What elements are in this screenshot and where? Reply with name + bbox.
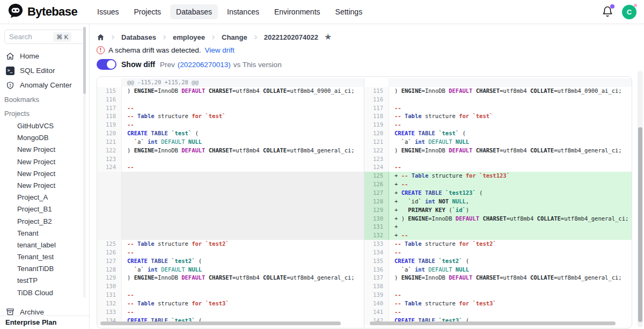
search-box[interactable]: ⌘ K bbox=[4, 30, 85, 44]
project-item[interactable]: New Project bbox=[17, 168, 85, 180]
breadcrumb-change[interactable]: Change bbox=[222, 33, 247, 41]
diff-row: 136 `a` int DEFAULT NULL bbox=[364, 266, 632, 274]
diff-row: 127CREATE TABLE `test2` ( bbox=[97, 257, 364, 266]
diff-code-line bbox=[389, 78, 632, 87]
diff-code-line: -- bbox=[389, 248, 632, 257]
sidebar-section-bookmarks[interactable]: Bookmarks bbox=[4, 93, 85, 106]
diff-left-horizontal-scrollbar[interactable] bbox=[100, 321, 341, 325]
diff-line-number: 120 bbox=[97, 129, 122, 138]
project-item[interactable]: Tenant bbox=[17, 228, 85, 239]
diff-added-sign: + bbox=[394, 189, 401, 196]
diff-right-horizontal-scrollbar[interactable] bbox=[370, 321, 616, 325]
diff-code-line bbox=[122, 172, 364, 180]
sidebar-section-projects[interactable]: Projects bbox=[4, 107, 85, 120]
project-item[interactable]: New Project bbox=[17, 156, 85, 168]
diff-row: 129+ PRIMARY KEY (`id`) bbox=[364, 206, 632, 215]
diff-line-number: 117 bbox=[97, 104, 122, 113]
diff-row: 132-- Table structure for `test3` bbox=[97, 299, 364, 308]
diff-row: 122) ENGINE=InnoDB DEFAULT CHARSET=utf8m… bbox=[97, 147, 364, 155]
diff-code-line: `a` int DEFAULT NULL bbox=[122, 266, 364, 274]
sidebar-item-home[interactable]: Home bbox=[4, 49, 85, 63]
project-item[interactable]: testTP bbox=[17, 275, 85, 287]
project-item[interactable]: tenant_label bbox=[17, 239, 85, 251]
nav-item-projects[interactable]: Projects bbox=[128, 4, 167, 19]
diff-code-line: + CREATE TABLE `test123` ( bbox=[389, 189, 632, 198]
project-item[interactable]: New Project bbox=[17, 180, 85, 192]
toggle-knob bbox=[107, 60, 115, 69]
breadcrumb-employee[interactable]: employee bbox=[173, 33, 205, 41]
sidebar-item-label: Anomaly Center bbox=[20, 81, 72, 89]
diff-line-number: 116 bbox=[97, 96, 122, 104]
bytebase-logo[interactable]: Bytebase bbox=[8, 3, 77, 21]
view-drift-link[interactable]: View drift bbox=[205, 46, 235, 54]
sidebar-scrollbar[interactable] bbox=[83, 27, 86, 298]
star-icon[interactable]: ★ bbox=[324, 33, 332, 41]
sidebar-item-anomaly-center[interactable]: Anomaly Center bbox=[4, 78, 85, 92]
diff-line-number: 123 bbox=[97, 155, 122, 164]
project-item[interactable]: GitHubVCS bbox=[17, 120, 85, 132]
show-diff-toggle[interactable] bbox=[97, 59, 116, 70]
diff-line-number: 139 bbox=[364, 291, 389, 299]
diff-line-number: 141 bbox=[364, 308, 389, 317]
diff-row: 128+ `id` int NOT NULL, bbox=[364, 198, 632, 206]
project-item[interactable]: TiDB Cloud bbox=[17, 287, 85, 299]
search-input[interactable] bbox=[9, 33, 53, 41]
avatar[interactable]: C bbox=[622, 5, 636, 19]
breadcrumb-version[interactable]: 20221202074022 bbox=[264, 33, 318, 41]
diff-line-number bbox=[97, 189, 122, 198]
diff-line-number: 133 bbox=[364, 240, 389, 248]
diff-line-number: 115 bbox=[364, 87, 389, 96]
page-vertical-scrollbar[interactable] bbox=[638, 71, 643, 327]
nav-item-issues[interactable]: Issues bbox=[91, 4, 125, 19]
diff-row bbox=[97, 215, 364, 223]
diff-code-line: -- bbox=[122, 104, 364, 113]
diff-row bbox=[97, 198, 364, 206]
prev-version-link[interactable]: (202206270013) bbox=[178, 61, 231, 69]
breadcrumb-databases[interactable]: Databases bbox=[121, 33, 156, 41]
project-item[interactable]: Project_A bbox=[17, 192, 85, 203]
show-diff-label: Show diff bbox=[121, 60, 155, 69]
nav-item-environments[interactable]: Environments bbox=[268, 4, 326, 19]
diff-line-number: 130 bbox=[364, 215, 389, 223]
avatar-initial: C bbox=[627, 8, 632, 16]
diff-line-number bbox=[97, 231, 122, 240]
project-item[interactable]: Project_B1 bbox=[17, 203, 85, 215]
project-item[interactable]: MongoDB bbox=[17, 132, 85, 144]
vs-label: vs This version bbox=[233, 61, 282, 69]
diff-line-number: 116 bbox=[364, 96, 389, 104]
breadcrumb-separator bbox=[252, 34, 259, 41]
diff-line-number: 125 bbox=[364, 172, 389, 180]
diff-row: 121 `a` int DEFAULT NULL bbox=[364, 138, 632, 147]
breadcrumb-separator bbox=[109, 34, 116, 41]
diff-row: 119-- bbox=[97, 121, 364, 129]
project-item[interactable]: Project_B2 bbox=[17, 216, 85, 228]
diff-code-line: -- Table structure for `test` bbox=[122, 112, 364, 121]
page-vertical-scrollbar-thumb[interactable] bbox=[638, 127, 642, 322]
diff-line-number: 126 bbox=[364, 180, 389, 189]
diff-row: 123 bbox=[97, 155, 364, 164]
diff-row: 127+ CREATE TABLE `test123` ( bbox=[364, 189, 632, 198]
nav-item-databases[interactable]: Databases bbox=[170, 4, 218, 19]
notifications-button[interactable] bbox=[602, 6, 613, 18]
diff-code-line: -- bbox=[389, 121, 632, 129]
sidebar-item-label: Archive bbox=[20, 308, 44, 316]
diff-row: 117-- bbox=[97, 104, 364, 113]
diff-code-line: -- bbox=[122, 163, 364, 172]
sidebar-item-sql-editor[interactable]: >_ SQL Editor bbox=[4, 63, 85, 78]
sidebar-scrollbar-thumb[interactable] bbox=[83, 27, 86, 94]
diff-line-number: 122 bbox=[97, 147, 122, 155]
diff-added-sign: + bbox=[394, 172, 401, 179]
main-nav: IssuesProjectsDatabasesInstancesEnvironm… bbox=[91, 4, 368, 19]
diff-row: 115) ENGINE=InnoDB DEFAULT CHARSET=utf8m… bbox=[364, 87, 632, 96]
project-item[interactable]: New Project bbox=[17, 144, 85, 156]
diff-code-line: -- bbox=[389, 163, 632, 172]
nav-item-instances[interactable]: Instances bbox=[221, 4, 265, 19]
project-item[interactable]: TenantTiDB bbox=[17, 263, 85, 275]
breadcrumb-home-icon[interactable] bbox=[97, 33, 105, 41]
diff-added-sign: + bbox=[394, 198, 401, 204]
diff-line-number: 133 bbox=[97, 308, 122, 317]
diff-line-number: 129 bbox=[97, 274, 122, 282]
diff-line-number: 119 bbox=[364, 121, 389, 129]
project-item[interactable]: Tenant_test bbox=[17, 251, 85, 263]
nav-item-settings[interactable]: Settings bbox=[330, 4, 369, 19]
